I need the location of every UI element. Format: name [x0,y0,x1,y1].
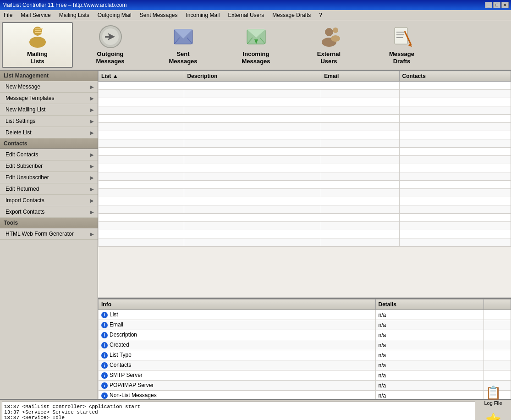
toolbar-outgoing-messages[interactable]: OutgoingMessages [75,22,146,68]
external-users-icon [317,25,341,49]
sidebar-item-export-contacts[interactable]: Export Contacts ▶ [0,206,98,218]
info-row: iDescriptionn/a [99,330,511,340]
sidebar-item-message-templates[interactable]: Message Templates ▶ [0,93,98,104]
table-row[interactable] [99,148,511,156]
mailing-lists-icon [26,25,49,49]
toolbar-external-users[interactable]: ExternalUsers [293,22,364,68]
outgoing-messages-icon [99,25,122,49]
menu-bar: File Mail Service Mailing Lists Outgoing… [0,10,511,20]
log-text: 13:37 <MailList Controller> Application … [2,402,475,420]
menu-help[interactable]: ? [317,11,324,19]
chevron-right-icon: ▶ [90,198,94,203]
log-line: 13:37 <Service> Service started [4,409,473,415]
table-row[interactable] [99,222,511,230]
sidebar-item-list-settings[interactable]: List Settings ▶ [0,116,98,127]
table-row[interactable] [99,164,511,172]
sidebar-item-edit-returned[interactable]: Edit Returned ▶ [0,183,98,195]
table-row[interactable] [99,90,511,98]
toolbar-incoming-messages[interactable]: IncomingMessages [220,22,291,68]
menu-incoming-mail[interactable]: Incoming Mail [184,11,222,19]
col-contacts[interactable]: Contacts [399,71,511,82]
table-row[interactable] [99,156,511,164]
minimize-button[interactable]: _ [485,2,492,8]
info-row: iListn/a [99,310,511,320]
sidebar-item-delete-list[interactable]: Delete List ▶ [0,127,98,138]
table-row[interactable] [99,181,511,189]
chevron-right-icon: ▶ [90,175,94,180]
message-drafts-label: MessageDrafts [389,50,414,65]
svg-point-18 [325,28,333,36]
menu-file[interactable]: File [2,11,14,19]
sidebar-item-edit-subscriber[interactable]: Edit Subscriber ▶ [0,160,98,172]
sidebar-item-edit-contacts[interactable]: Edit Contacts ▶ [0,149,98,160]
svg-point-1 [29,37,46,48]
info-col-info: Info [99,299,376,310]
new-button[interactable]: ⭐ New [477,410,509,420]
chevron-right-icon: ▶ [90,152,94,157]
table-row[interactable] [99,123,511,131]
table-row[interactable] [99,98,511,106]
mailing-lists-label: MailingLists [27,50,48,65]
menu-mailing-lists[interactable]: Mailing Lists [57,11,91,19]
col-email[interactable]: Email [321,71,399,82]
sidebar: List Management New Message ▶ Message Te… [0,71,98,399]
toolbar-sent-messages[interactable]: SentMessages [148,22,219,68]
title-bar-controls: _ □ ✕ [485,2,509,8]
outgoing-messages-label: OutgoingMessages [96,50,124,65]
svg-rect-4 [35,32,42,33]
maximize-button[interactable]: □ [493,2,500,8]
info-table: Info Details iListn/aiEmailn/aiDescripti… [98,299,511,399]
sidebar-item-edit-unsubscriber[interactable]: Edit Unsubscriber ▶ [0,172,98,183]
menu-external-users[interactable]: External Users [226,11,266,19]
sent-messages-label: SentMessages [169,50,197,65]
info-panel: Info Details iListn/aiEmailn/aiDescripti… [98,298,511,399]
svg-rect-2 [35,28,43,29]
toolbar-mailing-lists[interactable]: MailingLists [2,22,73,68]
svg-marker-24 [408,43,412,47]
sidebar-item-html-web-form-generator[interactable]: HTML Web Form Generator ▶ [0,228,98,240]
main-table: List ▲ Description Email Contacts [98,71,511,247]
table-row[interactable] [99,230,511,238]
table-area[interactable]: List ▲ Description Email Contacts [98,71,511,298]
chevron-right-icon: ▶ [90,84,94,89]
table-row[interactable] [99,172,511,181]
menu-message-drafts[interactable]: Message Drafts [270,11,313,19]
chevron-right-icon: ▶ [90,107,94,112]
title-bar: MailList Controller 11 Free – http://www… [0,0,511,10]
table-row[interactable] [99,82,511,90]
svg-rect-22 [395,28,407,44]
table-row[interactable] [99,139,511,148]
log-line: 13:37 <Service> Idle [4,415,473,420]
table-row[interactable] [99,115,511,123]
toolbar: MailingLists OutgoingMessages SentMessag… [0,20,511,71]
main-table-body [99,82,511,247]
menu-sent-messages[interactable]: Sent Messages [138,11,180,19]
message-drafts-icon [390,25,414,49]
chevron-right-icon: ▶ [90,130,94,135]
close-button[interactable]: ✕ [501,2,509,8]
table-row[interactable] [99,197,511,205]
col-list[interactable]: List ▲ [99,71,184,82]
chevron-right-icon: ▶ [90,210,94,215]
chevron-right-icon: ▶ [90,232,94,237]
sidebar-item-import-contacts[interactable]: Import Contacts ▶ [0,195,98,206]
table-row[interactable] [99,205,511,214]
info-col-details: Details [375,299,484,310]
title-bar-title: MailList Controller 11 Free – http://www… [2,2,126,8]
menu-mail-service[interactable]: Mail Service [19,11,52,19]
log-actions: 📋 Log File ⭐ New 💡 Help [477,402,509,420]
col-description[interactable]: Description [184,71,321,82]
new-icon: ⭐ [485,412,501,420]
menu-outgoing-mail[interactable]: Outgoing Mail [96,11,133,19]
table-row[interactable] [99,106,511,115]
svg-point-20 [333,28,338,33]
toolbar-message-drafts[interactable]: MessageDrafts [366,22,437,68]
log-file-button[interactable]: 📋 Log File [477,383,509,408]
table-row[interactable] [99,189,511,197]
svg-rect-8 [105,36,111,38]
sidebar-item-new-message[interactable]: New Message ▶ [0,81,98,93]
table-row[interactable] [99,131,511,139]
sidebar-item-new-mailing-list[interactable]: New Mailing List ▶ [0,104,98,116]
table-row[interactable] [99,214,511,222]
table-row[interactable] [99,238,511,247]
